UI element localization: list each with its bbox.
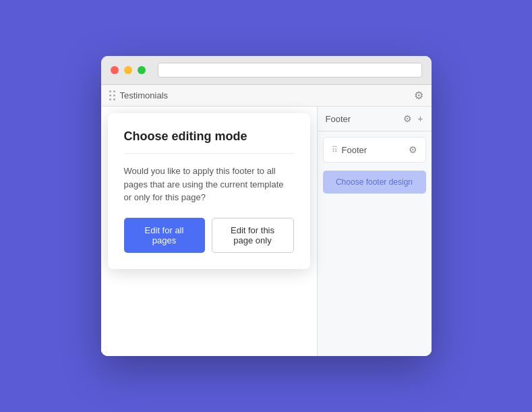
browser-titlebar: [101, 56, 432, 85]
right-panel: Footer ⚙ + ⠿ Footer ⚙ Choose footer desi…: [317, 107, 432, 356]
modal-description: Would you like to apply this footer to a…: [124, 165, 294, 204]
traffic-light-close[interactable]: [111, 66, 119, 74]
footer-item-left: ⠿ Footer: [332, 145, 367, 155]
edit-all-pages-button[interactable]: Edit for all pages: [124, 218, 205, 253]
address-bar[interactable]: [158, 63, 422, 78]
traffic-light-maximize[interactable]: [138, 66, 146, 74]
tab-label: Testimonials: [120, 90, 169, 100]
modal-buttons: Edit for all pages Edit for this page on…: [124, 218, 294, 253]
footer-item: ⠿ Footer ⚙: [323, 137, 426, 163]
modal-overlay: Choose editing mode Would you like to ap…: [101, 107, 317, 356]
content-area: Choose editing mode Would you like to ap…: [101, 107, 432, 356]
right-panel-add-icon[interactable]: +: [417, 113, 423, 124]
right-panel-icons: ⚙ +: [403, 113, 423, 124]
right-panel-settings-icon[interactable]: ⚙: [403, 113, 412, 124]
tab-bar: Testimonials ⚙: [101, 85, 432, 107]
drag-icon: [109, 90, 116, 101]
footer-item-settings-icon[interactable]: ⚙: [409, 144, 417, 155]
footer-item-drag-icon: ⠿: [332, 145, 338, 154]
choose-footer-design-button[interactable]: Choose footer design: [323, 171, 426, 194]
tab-settings-icon[interactable]: ⚙: [414, 89, 423, 102]
left-panel: Choose editing mode Would you like to ap…: [101, 107, 317, 356]
footer-item-label: Footer: [342, 145, 367, 155]
browser-window: Testimonials ⚙ Choose editing mode Would…: [101, 56, 432, 356]
right-panel-title: Footer: [326, 114, 351, 124]
right-panel-header: Footer ⚙ +: [318, 107, 432, 131]
browser-content: Testimonials ⚙ Choose editing mode Would…: [101, 85, 432, 356]
traffic-light-minimize[interactable]: [124, 66, 132, 74]
edit-this-page-button[interactable]: Edit for this page only: [212, 218, 294, 253]
modal-title: Choose editing mode: [124, 129, 294, 154]
modal-dialog: Choose editing mode Would you like to ap…: [108, 113, 310, 269]
tab-drag-handle: Testimonials: [109, 90, 169, 101]
